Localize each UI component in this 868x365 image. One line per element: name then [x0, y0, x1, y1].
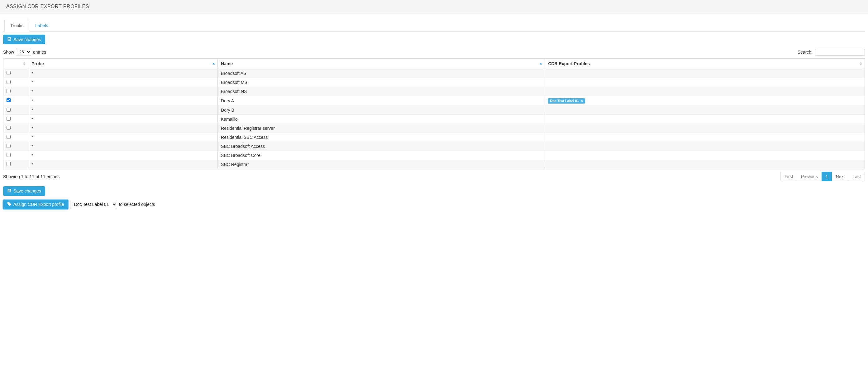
row-checkbox[interactable] — [6, 162, 10, 166]
cell-name: Residential SBC Access — [218, 133, 545, 142]
cell-profiles — [545, 78, 865, 87]
cell-profiles — [545, 69, 865, 78]
column-header-probe[interactable]: Probe — [28, 59, 218, 69]
pagination-next[interactable]: Next — [832, 172, 849, 181]
table-row: *SBC Registrar — [3, 160, 865, 169]
save-changes-label: Save changes — [13, 189, 41, 193]
table-row: *Kamailio — [3, 115, 865, 124]
cell-profiles — [545, 115, 865, 124]
cell-name: Dory A — [218, 96, 545, 106]
cell-profiles — [545, 106, 865, 115]
tab-trunks[interactable]: Trunks — [4, 20, 29, 31]
assign-profile-select[interactable]: Doc Test Label 01 — [70, 200, 117, 209]
search-label: Search: — [798, 50, 812, 55]
page-header: ASSIGN CDR EXPORT PROFILES — [0, 0, 868, 13]
row-checkbox[interactable] — [6, 126, 10, 130]
column-profiles-label: CDR Export Profiles — [548, 61, 590, 66]
column-name-label: Name — [221, 61, 233, 66]
length-control: Show 25 entries — [3, 48, 46, 56]
cell-probe: * — [28, 96, 218, 106]
cell-profiles — [545, 124, 865, 133]
table-row: *Residential Registrar server — [3, 124, 865, 133]
cell-profiles: Doc Test Label 01✕ — [545, 96, 865, 106]
row-checkbox[interactable] — [6, 153, 10, 157]
cell-profiles — [545, 160, 865, 169]
profile-label-text: Doc Test Label 01 — [550, 99, 579, 103]
sort-up-icon — [539, 63, 542, 64]
column-header-checkbox[interactable] — [3, 59, 28, 69]
cell-probe: * — [28, 115, 218, 124]
pagination-first[interactable]: First — [781, 172, 797, 181]
row-checkbox[interactable] — [6, 135, 10, 139]
table-row: *Broadsoft AS — [3, 69, 865, 78]
cell-probe: * — [28, 133, 218, 142]
cell-probe: * — [28, 87, 218, 96]
sort-up-icon — [23, 62, 26, 64]
table-row: *Broadsoft MS — [3, 78, 865, 87]
cell-name: Broadsoft MS — [218, 78, 545, 87]
search-input[interactable] — [815, 49, 865, 56]
pagination-page-1[interactable]: 1 — [822, 172, 832, 181]
assign-profile-label: Assign CDR Export profile — [13, 202, 64, 207]
row-checkbox[interactable] — [6, 117, 10, 121]
pagination: First Previous 1 Next Last — [781, 172, 865, 181]
length-entries-label: entries — [33, 50, 46, 55]
cell-name: Residential Registrar server — [218, 124, 545, 133]
check-icon — [7, 189, 11, 194]
row-checkbox[interactable] — [6, 80, 10, 84]
check-icon — [7, 37, 11, 42]
cell-probe: * — [28, 78, 218, 87]
column-header-profiles[interactable]: CDR Export Profiles — [545, 59, 865, 69]
cell-probe: * — [28, 151, 218, 160]
cell-probe: * — [28, 106, 218, 115]
sort-down-icon — [860, 64, 862, 65]
cell-profiles — [545, 151, 865, 160]
length-select[interactable]: 25 — [16, 48, 31, 56]
cell-probe: * — [28, 160, 218, 169]
cell-profiles — [545, 142, 865, 151]
column-header-name[interactable]: Name — [218, 59, 545, 69]
length-show-label: Show — [3, 50, 14, 55]
assign-suffix-label: to selected objects — [119, 202, 155, 207]
row-checkbox[interactable] — [6, 71, 10, 75]
column-probe-label: Probe — [31, 61, 44, 66]
save-changes-button-top[interactable]: Save changes — [3, 35, 45, 44]
sort-down-icon — [23, 64, 26, 65]
table-row: *SBC Broadsoft Core — [3, 151, 865, 160]
tabs-container: TrunksLabels — [3, 20, 865, 31]
tag-icon — [7, 202, 11, 207]
row-checkbox[interactable] — [6, 144, 10, 148]
profile-label-chip: Doc Test Label 01✕ — [548, 98, 585, 104]
cell-profiles — [545, 133, 865, 142]
cell-name: Kamailio — [218, 115, 545, 124]
cell-profiles — [545, 87, 865, 96]
trunks-table: Probe Name CDR Export Profiles *Broadsof… — [3, 58, 865, 169]
cell-name: SBC Broadsoft Access — [218, 142, 545, 151]
table-row: *Residential SBC Access — [3, 133, 865, 142]
cell-name: SBC Registrar — [218, 160, 545, 169]
cell-probe: * — [28, 124, 218, 133]
cell-name: Dory B — [218, 106, 545, 115]
row-checkbox[interactable] — [6, 108, 10, 112]
page-title: ASSIGN CDR EXPORT PROFILES — [6, 4, 89, 9]
remove-label-icon[interactable]: ✕ — [581, 99, 583, 103]
row-checkbox[interactable] — [6, 89, 10, 93]
pagination-previous[interactable]: Previous — [797, 172, 821, 181]
sort-up-icon — [860, 62, 862, 64]
save-changes-label: Save changes — [13, 37, 41, 42]
assign-cdr-export-profile-button[interactable]: Assign CDR Export profile — [3, 200, 68, 209]
cell-name: Broadsoft NS — [218, 87, 545, 96]
row-checkbox[interactable] — [6, 98, 10, 102]
cell-probe: * — [28, 69, 218, 78]
pagination-last[interactable]: Last — [849, 172, 865, 181]
table-row: *Dory B — [3, 106, 865, 115]
sort-up-icon — [213, 63, 215, 64]
cell-name: SBC Broadsoft Core — [218, 151, 545, 160]
cell-name: Broadsoft AS — [218, 69, 545, 78]
table-row: *Dory ADoc Test Label 01✕ — [3, 96, 865, 106]
save-changes-button-bottom[interactable]: Save changes — [3, 186, 45, 196]
table-row: *Broadsoft NS — [3, 87, 865, 96]
tab-labels[interactable]: Labels — [29, 20, 54, 31]
table-info: Showing 1 to 11 of 11 entries — [3, 174, 60, 179]
table-row: *SBC Broadsoft Access — [3, 142, 865, 151]
